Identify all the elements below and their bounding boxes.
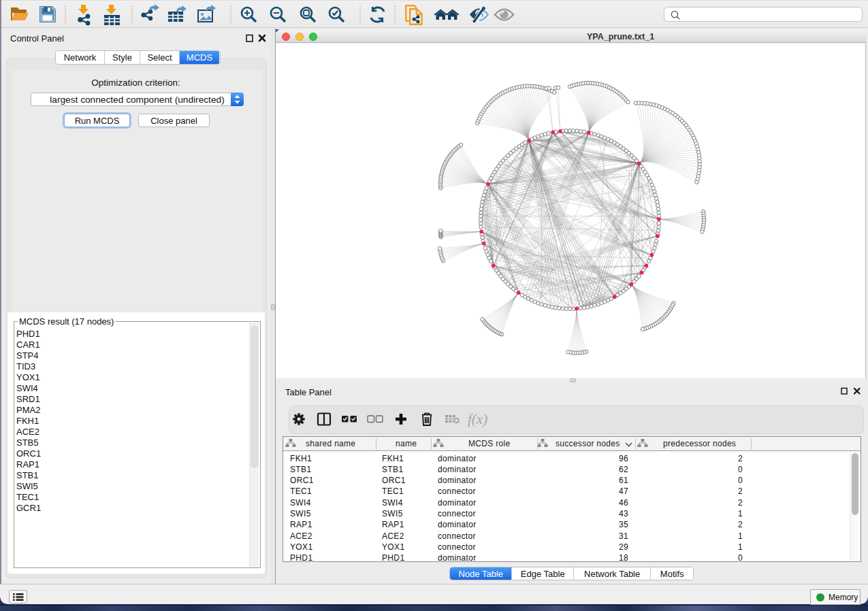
svg-text:f(x): f(x) bbox=[468, 411, 487, 427]
